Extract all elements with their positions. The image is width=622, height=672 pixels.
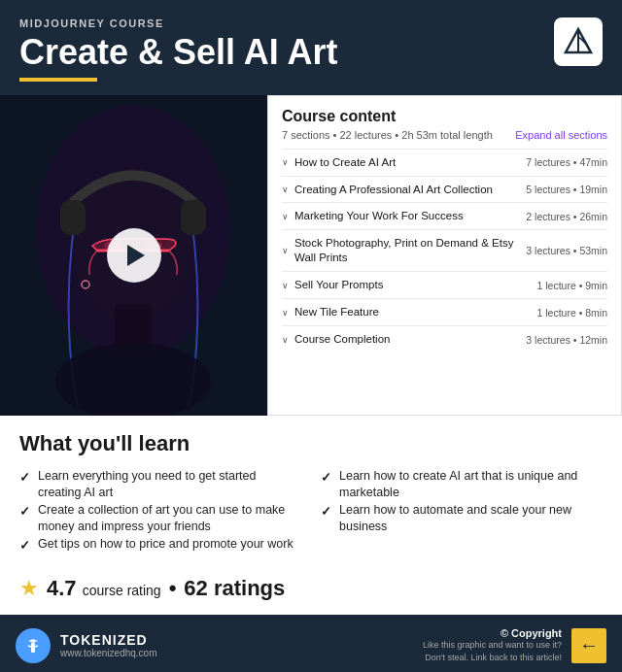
svg-rect-5: [60, 200, 86, 235]
checkmark-icon: ✓: [19, 537, 30, 554]
learn-col-right: ✓Learn how to create AI art that is uniq…: [321, 468, 603, 554]
tokenized-logo-icon: [19, 632, 47, 659]
main-area: Course content 7 sections • 22 lectures …: [0, 95, 622, 416]
rating-score: 4.7 course rating: [47, 576, 161, 601]
chevron-icon: ∨: [282, 157, 289, 167]
section-name: New Tile Feature: [294, 305, 379, 319]
footer-right: © Copyright Like this graphic and want t…: [423, 627, 606, 663]
learn-item: ✓Create a collection of art you can use …: [19, 502, 301, 536]
footer-logo: [16, 628, 51, 663]
section-item[interactable]: ∨ Stock Photography, Print on Demand & E…: [282, 229, 607, 271]
learn-item-text: Get tips on how to price and promote you…: [38, 536, 294, 554]
section-item[interactable]: ∨ New Tile Feature 1 lecture • 8min: [282, 298, 607, 325]
section-item[interactable]: ∨ Marketing Your Work For Success 2 lect…: [282, 202, 607, 229]
header-subtitle: MIDJOURNEY COURSE: [19, 17, 603, 29]
section-meta: 1 lecture • 9min: [536, 280, 607, 291]
section-name: Course Completion: [294, 332, 390, 347]
learn-item-text: Learn how to create AI art that is uniqu…: [339, 468, 603, 502]
learn-grid: ✓Learn everything you need to get starte…: [19, 468, 603, 554]
learn-item: ✓Learn how to create AI art that is uniq…: [321, 468, 603, 502]
chevron-icon: ∨: [282, 246, 289, 255]
section-left: ∨ Stock Photography, Print on Demand & E…: [282, 236, 518, 265]
header: MIDJOURNEY COURSE Create & Sell AI Art: [0, 0, 622, 95]
learn-item-text: Learn how to automate and scale your new…: [339, 502, 603, 536]
section-item[interactable]: ∨ Course Completion 3 lectures • 12min: [282, 325, 607, 353]
footer-arrow-button[interactable]: ←: [571, 628, 606, 663]
section-meta: 2 lectures • 26min: [526, 211, 607, 222]
learn-item: ✓Learn everything you need to get starte…: [19, 468, 301, 502]
section-name: How to Create AI Art: [294, 155, 396, 170]
learn-item: ✓Get tips on how to price and promote yo…: [19, 536, 301, 554]
footer-brand-name: TOKENIZED: [60, 632, 157, 648]
checkmark-icon: ✓: [321, 469, 331, 487]
header-title: Create & Sell AI Art: [19, 33, 603, 72]
section-left: ∨ Course Completion: [282, 332, 390, 347]
section-left: ∨ Creating A Professional AI Art Collect…: [282, 183, 493, 197]
course-content-title: Course content: [282, 108, 607, 125]
section-meta: 7 lectures • 47min: [526, 156, 607, 168]
checkmark-icon: ✓: [19, 469, 30, 487]
chevron-icon: ∨: [282, 335, 289, 345]
svg-rect-6: [181, 200, 206, 235]
rating-dot: •: [169, 576, 177, 601]
svg-rect-12: [31, 643, 35, 653]
rating-count: 62 ratings: [184, 576, 285, 601]
arrow-icon: ←: [579, 634, 599, 656]
chevron-icon: ∨: [282, 212, 289, 221]
section-name: Marketing Your Work For Success: [294, 209, 464, 223]
footer-brand-url: www.tokenizedhq.com: [60, 648, 157, 658]
section-left: ∨ How to Create AI Art: [282, 155, 396, 170]
course-content-panel: Course content 7 sections • 22 lectures …: [267, 95, 622, 416]
section-meta: 1 lecture • 8min: [536, 307, 607, 319]
section-meta: 3 lectures • 12min: [526, 334, 607, 346]
header-logo: [554, 17, 603, 66]
star-icon: ★: [19, 576, 39, 601]
chevron-icon: ∨: [282, 185, 289, 194]
sections-list: ∨ How to Create AI Art 7 lectures • 47mi…: [282, 149, 607, 353]
section-name: Stock Photography, Print on Demand & Ets…: [294, 236, 518, 265]
rating-section: ★ 4.7 course rating • 62 ratings: [0, 566, 622, 615]
section-name: Sell Your Prompts: [294, 278, 383, 292]
footer-brand-text: TOKENIZED www.tokenizedhq.com: [60, 632, 157, 658]
learn-section: What you'll learn ✓Learn everything you …: [0, 416, 622, 566]
section-item[interactable]: ∨ Sell Your Prompts 1 lecture • 9min: [282, 271, 607, 298]
footer: TOKENIZED www.tokenizedhq.com © Copyrigh…: [0, 615, 622, 672]
section-name: Creating A Professional AI Art Collectio…: [294, 183, 493, 197]
section-item[interactable]: ∨ Creating A Professional AI Art Collect…: [282, 176, 607, 203]
chevron-icon: ∨: [282, 281, 289, 290]
footer-copyright: © Copyright Like this graphic and want t…: [423, 627, 562, 663]
learn-item: ✓Learn how to automate and scale your ne…: [321, 502, 603, 536]
section-meta: 3 lectures • 53min: [526, 245, 607, 256]
course-meta-text: 7 sections • 22 lectures • 2h 53m total …: [282, 129, 493, 141]
footer-copyright-title: © Copyright: [423, 627, 562, 639]
play-button[interactable]: [107, 228, 161, 283]
expand-all-link[interactable]: Expand all sections: [515, 129, 607, 141]
learn-item-text: Create a collection of art you can use t…: [38, 502, 301, 536]
sail-icon: [562, 25, 595, 58]
header-underline: [19, 78, 97, 82]
video-thumbnail[interactable]: [0, 95, 267, 416]
section-left: ∨ Sell Your Prompts: [282, 278, 383, 292]
section-left: ∨ Marketing Your Work For Success: [282, 209, 464, 223]
learn-col-left: ✓Learn everything you need to get starte…: [19, 468, 301, 554]
chevron-icon: ∨: [282, 308, 289, 318]
section-item[interactable]: ∨ How to Create AI Art 7 lectures • 47mi…: [282, 149, 607, 176]
learn-title: What you'll learn: [19, 431, 603, 456]
footer-copyright-text: Like this graphic and want to use it?Don…: [423, 639, 562, 663]
play-triangle-icon: [127, 245, 145, 266]
checkmark-icon: ✓: [19, 503, 30, 521]
section-meta: 5 lectures • 19min: [526, 184, 607, 195]
section-left: ∨ New Tile Feature: [282, 305, 379, 319]
checkmark-icon: ✓: [321, 503, 331, 521]
learn-item-text: Learn everything you need to get started…: [38, 468, 301, 502]
course-meta: 7 sections • 22 lectures • 2h 53m total …: [282, 129, 607, 141]
footer-brand: TOKENIZED www.tokenizedhq.com: [16, 628, 157, 663]
